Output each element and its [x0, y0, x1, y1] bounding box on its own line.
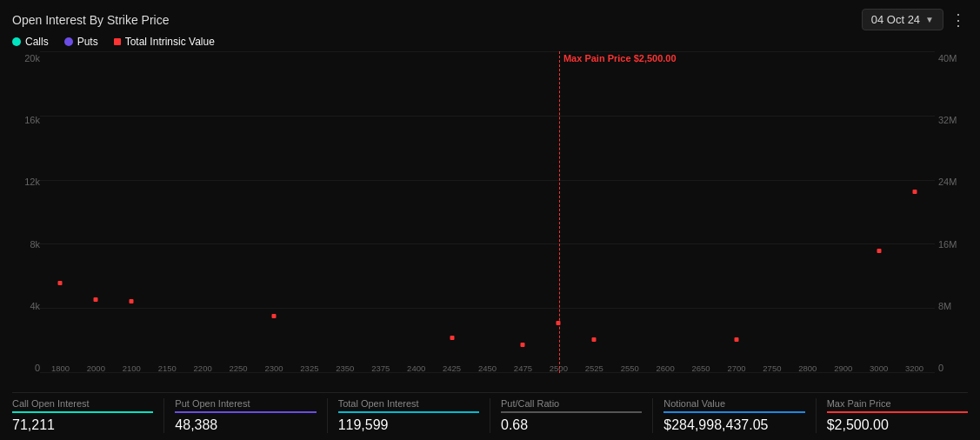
- bar-group: 3200: [897, 51, 931, 373]
- x-axis-label: 2800: [798, 363, 817, 373]
- date-picker-button[interactable]: 04 Oct 24 ▼: [862, 9, 943, 30]
- stat-item: Put/Call Ratio0.68: [501, 398, 653, 433]
- tiv-dot: [912, 190, 917, 194]
- y-axis-right-label: 0: [938, 363, 943, 373]
- legend: Calls Puts Total Intrinsic Value: [12, 36, 968, 48]
- stat-item: Notional Value$284,998,437.05: [663, 398, 816, 433]
- bars-container: 1800200021002150220022502300232523502375…: [40, 51, 935, 373]
- bar-group: 2150: [150, 51, 184, 373]
- y-axis-right-label: 8M: [938, 301, 951, 311]
- x-axis-label: 2600: [657, 363, 675, 373]
- tiv-dot: [877, 249, 881, 253]
- tiv-dot: [450, 336, 454, 340]
- stat-underline: [338, 411, 479, 413]
- x-axis-label: 2350: [336, 363, 354, 373]
- bar-group: 2250: [222, 51, 256, 373]
- bar-group: 2000: [79, 51, 113, 373]
- legend-tiv: Total Intrinsic Value: [114, 36, 215, 48]
- legend-puts: Puts: [64, 36, 98, 48]
- header-right: 04 Oct 24 ▼ ⋮: [862, 9, 968, 30]
- bar-group: 2300: [257, 51, 291, 373]
- tiv-dot: [94, 297, 98, 302]
- x-axis-label: 2300: [264, 363, 283, 373]
- date-label: 04 Oct 24: [871, 13, 920, 26]
- y-axis-right: 40M32M24M16M8M0: [935, 51, 968, 390]
- stat-item: Call Open Interest71,211: [12, 398, 164, 433]
- x-axis-label: 2400: [407, 363, 425, 373]
- chevron-down-icon: ▼: [925, 15, 934, 24]
- main-container: Open Interest By Strike Price 04 Oct 24 …: [0, 0, 980, 440]
- bar-group: 2650: [684, 51, 718, 373]
- stat-label: Total Open Interest: [338, 398, 479, 409]
- y-axis-left: 20k16k12k8k4k0: [12, 51, 40, 390]
- bar-group: 2700: [720, 51, 754, 373]
- puts-label: Puts: [77, 36, 98, 48]
- stat-underline: [12, 411, 153, 413]
- calls-label: Calls: [25, 36, 49, 48]
- bar-group: 2325: [292, 51, 326, 373]
- x-axis-label: 2100: [123, 363, 141, 373]
- chart-area: 20k16k12k8k4k0 1800200021002150220022502…: [12, 51, 968, 390]
- y-axis-left-label: 16k: [24, 115, 40, 125]
- bar-group: 2400: [399, 51, 433, 373]
- tiv-label: Total Intrinsic Value: [125, 36, 215, 48]
- stat-value: 119,599: [338, 417, 479, 433]
- legend-calls: Calls: [12, 36, 49, 48]
- tiv-dot: [130, 299, 134, 303]
- x-axis-label: 2650: [691, 363, 710, 373]
- y-axis-right-label: 32M: [938, 115, 957, 125]
- stat-value: 48,388: [175, 417, 316, 433]
- bar-group: 2350: [328, 51, 362, 373]
- stat-label: Call Open Interest: [12, 398, 153, 409]
- max-pain-line: [559, 51, 560, 373]
- bar-group: 2375: [363, 51, 397, 373]
- stat-label: Put/Call Ratio: [501, 398, 642, 409]
- y-axis-right-label: 40M: [938, 53, 957, 63]
- y-axis-right-label: 16M: [938, 239, 957, 250]
- x-axis-label: 2550: [621, 363, 639, 373]
- y-axis-right-label: 24M: [938, 177, 957, 187]
- stat-label: Put Open Interest: [175, 398, 316, 409]
- x-axis-label: 1800: [51, 363, 70, 373]
- stat-value: 71,211: [12, 417, 153, 433]
- bar-group: 2600: [649, 51, 683, 373]
- bar-group: 3000: [862, 51, 896, 373]
- x-axis-label: 2475: [514, 363, 532, 373]
- x-axis-label: 3000: [870, 363, 888, 373]
- bar-group: 2100: [115, 51, 149, 373]
- x-axis-label: 2000: [87, 363, 105, 373]
- bar-group: 2900: [826, 51, 860, 373]
- y-axis-left-label: 20k: [24, 53, 40, 63]
- stat-value: 0.68: [501, 417, 642, 433]
- tiv-dot: [734, 337, 738, 342]
- stat-label: Max Pain Price: [827, 398, 968, 409]
- stat-underline: [663, 411, 804, 413]
- x-axis-label: 2450: [478, 363, 497, 373]
- bar-group: 2800: [790, 51, 824, 373]
- stat-item: Total Open Interest119,599: [338, 398, 490, 433]
- tiv-icon: [114, 38, 121, 45]
- stat-item: Put Open Interest48,388: [175, 398, 327, 433]
- more-options-icon[interactable]: ⋮: [950, 10, 968, 30]
- x-axis-label: 3200: [905, 363, 923, 373]
- y-axis-left-label: 12k: [24, 177, 40, 187]
- tiv-dot: [592, 337, 597, 342]
- x-axis-label: 2325: [300, 363, 318, 373]
- x-axis-label: 2700: [727, 363, 745, 373]
- x-axis-label: 2900: [834, 363, 852, 373]
- x-axis-label: 2525: [585, 363, 603, 373]
- tiv-dot: [271, 314, 276, 318]
- x-axis-label: 2200: [194, 363, 212, 373]
- bar-group: 2475: [506, 51, 540, 373]
- bar-group: 1800: [43, 51, 77, 373]
- bar-group: 2200: [186, 51, 220, 373]
- header: Open Interest By Strike Price 04 Oct 24 …: [12, 9, 968, 30]
- bar-group: 2550: [613, 51, 647, 373]
- bar-group: 2450: [470, 51, 504, 373]
- page-title: Open Interest By Strike Price: [12, 13, 170, 27]
- stat-item: Max Pain Price$2,500.00: [827, 398, 968, 433]
- stat-underline: [175, 411, 316, 413]
- x-axis-label: 2250: [229, 363, 247, 373]
- x-axis-label: 2425: [443, 363, 461, 373]
- stat-underline: [827, 411, 968, 413]
